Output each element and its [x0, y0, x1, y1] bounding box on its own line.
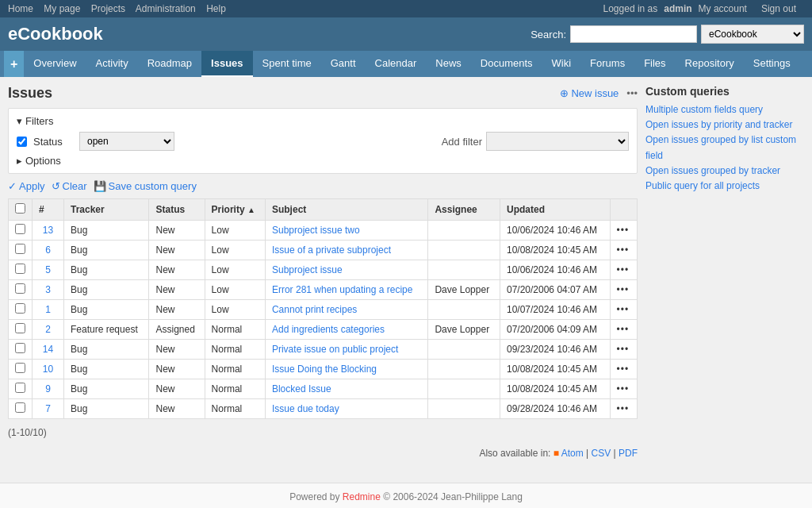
- atom-link[interactable]: Atom: [561, 448, 584, 459]
- issue-subject-link[interactable]: Add ingredients categories: [272, 324, 385, 335]
- row-status: Assigned: [149, 320, 205, 340]
- more-options-icon[interactable]: •••: [626, 87, 638, 99]
- options-toggle[interactable]: ▸ Options: [17, 155, 629, 167]
- row-priority: Normal: [205, 320, 265, 340]
- nav-projects[interactable]: Projects: [91, 3, 125, 14]
- row-check[interactable]: [9, 280, 33, 300]
- nav-activity[interactable]: Activity: [86, 51, 138, 77]
- search-scope-select[interactable]: eCookbook: [701, 25, 804, 44]
- issue-id-link[interactable]: 10: [43, 364, 53, 375]
- nav-administration[interactable]: Administration: [136, 3, 196, 14]
- select-all-header[interactable]: [9, 199, 33, 221]
- save-icon: 💾: [94, 180, 106, 192]
- status-select[interactable]: open: [79, 132, 174, 151]
- row-check[interactable]: [9, 241, 33, 260]
- row-actions-menu[interactable]: •••: [610, 340, 638, 360]
- issue-subject-link[interactable]: Error 281 when updating a recipe: [272, 284, 412, 295]
- nav-forums[interactable]: Forums: [580, 51, 634, 77]
- nav-calendar[interactable]: Calendar: [366, 51, 427, 77]
- issue-subject-link[interactable]: Subproject issue: [272, 264, 343, 275]
- row-actions-menu[interactable]: •••: [610, 241, 638, 260]
- row-actions-menu[interactable]: •••: [610, 360, 638, 379]
- sidebar-link-1[interactable]: Open issues by priority and tracker: [645, 117, 804, 133]
- search-input[interactable]: [570, 25, 697, 43]
- col-id[interactable]: #: [33, 199, 64, 221]
- nav-help[interactable]: Help: [206, 3, 226, 14]
- sidebar-link-3[interactable]: Open issues grouped by tracker: [645, 164, 804, 179]
- issue-subject-link[interactable]: Issue Doing the Blocking: [272, 364, 377, 375]
- sign-out-link[interactable]: Sign out: [761, 3, 796, 14]
- row-check[interactable]: [9, 360, 33, 379]
- row-actions-menu[interactable]: •••: [610, 300, 638, 320]
- filters-toggle[interactable]: ▾ Filters: [17, 115, 629, 127]
- redmine-link[interactable]: Redmine: [343, 491, 381, 502]
- save-query-link[interactable]: 💾 Save custom query: [94, 180, 197, 192]
- row-check[interactable]: [9, 320, 33, 340]
- add-filter-select[interactable]: [486, 132, 629, 151]
- issue-id-link[interactable]: 13: [43, 225, 53, 236]
- chevron-right-icon: ▸: [17, 155, 22, 167]
- nav-settings[interactable]: Settings: [744, 51, 800, 77]
- issue-id-link[interactable]: 2: [45, 324, 51, 335]
- csv-link[interactable]: CSV: [592, 448, 611, 459]
- nav-news[interactable]: News: [426, 51, 471, 77]
- clear-button[interactable]: ↺ Clear: [52, 180, 87, 192]
- col-status[interactable]: Status: [149, 199, 205, 221]
- row-actions-menu[interactable]: •••: [610, 320, 638, 340]
- issue-id-link[interactable]: 1: [45, 304, 51, 315]
- row-check[interactable]: [9, 221, 33, 241]
- row-check[interactable]: [9, 300, 33, 320]
- issue-id-link[interactable]: 7: [45, 403, 51, 414]
- new-issue-link[interactable]: ⊕ New issue: [560, 87, 619, 99]
- row-updated: 07/20/2006 04:07 AM: [500, 280, 610, 300]
- issue-subject-link[interactable]: Subproject issue two: [272, 225, 360, 236]
- row-check[interactable]: [9, 340, 33, 360]
- col-updated[interactable]: Updated: [500, 199, 610, 221]
- pdf-link[interactable]: PDF: [619, 448, 638, 459]
- my-account-link[interactable]: My account: [699, 3, 747, 14]
- row-check[interactable]: [9, 399, 33, 419]
- issue-subject-link[interactable]: Cannot print recipes: [272, 304, 357, 315]
- nav-repository[interactable]: Repository: [676, 51, 744, 77]
- issue-id-link[interactable]: 3: [45, 284, 51, 295]
- nav-plus-button[interactable]: +: [4, 51, 24, 77]
- project-title[interactable]: eCookbook: [8, 24, 103, 44]
- issue-subject-link[interactable]: Issue due today: [272, 403, 339, 414]
- col-subject[interactable]: Subject: [265, 199, 427, 221]
- status-checkbox[interactable]: [17, 137, 27, 147]
- row-subject: Blocked Issue: [265, 379, 427, 399]
- issue-id-link[interactable]: 14: [43, 344, 53, 355]
- row-actions-menu[interactable]: •••: [610, 399, 638, 419]
- issue-id-link[interactable]: 5: [45, 264, 51, 275]
- col-tracker[interactable]: Tracker: [64, 199, 149, 221]
- nav-issues[interactable]: Issues: [201, 51, 252, 77]
- row-actions-menu[interactable]: •••: [610, 221, 638, 241]
- row-actions-menu[interactable]: •••: [610, 379, 638, 399]
- col-priority[interactable]: Priority ▲: [205, 199, 265, 221]
- row-updated: 07/20/2006 04:09 AM: [500, 320, 610, 340]
- issue-subject-link[interactable]: Blocked Issue: [272, 383, 331, 394]
- issue-id-link[interactable]: 9: [45, 383, 51, 394]
- row-actions-menu[interactable]: •••: [610, 260, 638, 280]
- nav-mypage[interactable]: My page: [44, 3, 80, 14]
- nav-files[interactable]: Files: [634, 51, 675, 77]
- issue-subject-link[interactable]: Issue of a private subproject: [272, 244, 391, 256]
- nav-home[interactable]: Home: [8, 3, 33, 14]
- nav-wiki[interactable]: Wiki: [542, 51, 581, 77]
- col-assignee[interactable]: Assignee: [428, 199, 500, 221]
- nav-gantt[interactable]: Gantt: [321, 51, 366, 77]
- select-all-checkbox[interactable]: [15, 203, 25, 214]
- row-actions-menu[interactable]: •••: [610, 280, 638, 300]
- sidebar-link-2[interactable]: Open issues grouped by list custom field: [645, 133, 804, 163]
- apply-button[interactable]: ✓ Apply: [8, 180, 45, 192]
- nav-spent-time[interactable]: Spent time: [253, 51, 321, 77]
- issue-subject-link[interactable]: Private issue on public project: [272, 344, 398, 355]
- nav-documents[interactable]: Documents: [471, 51, 542, 77]
- row-check[interactable]: [9, 260, 33, 280]
- row-check[interactable]: [9, 379, 33, 399]
- sidebar-link-0[interactable]: Multiple custom fields query: [645, 102, 804, 117]
- nav-roadmap[interactable]: Roadmap: [138, 51, 201, 77]
- nav-overview[interactable]: Overview: [24, 51, 86, 77]
- sidebar-link-4[interactable]: Public query for all projects: [645, 179, 804, 194]
- issue-id-link[interactable]: 6: [45, 244, 51, 256]
